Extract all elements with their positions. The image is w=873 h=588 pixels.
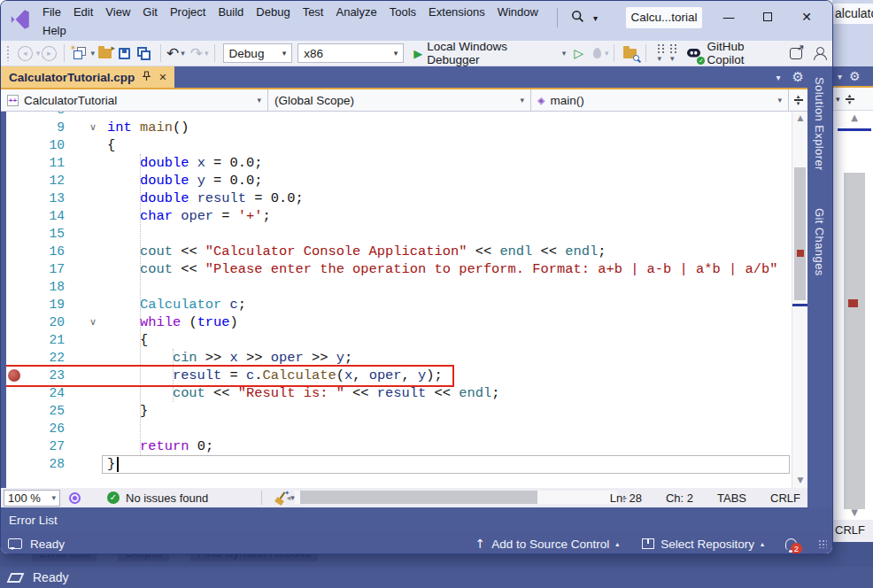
tab-overflow-caret-icon[interactable]: ▾ xyxy=(776,73,781,82)
new-project-icon[interactable]: ✶ xyxy=(72,47,86,59)
code-line-22[interactable]: 22 cin >> x >> oper >> y; xyxy=(1,349,792,367)
start-debugging-button[interactable]: ▶ Local Windows Debugger ▾ xyxy=(413,40,566,66)
search-icon[interactable] xyxy=(571,10,584,27)
scrollbar-thumb[interactable] xyxy=(300,491,537,504)
flame-caret-icon[interactable]: ▾ xyxy=(605,49,609,58)
issues-status-label[interactable]: No issues found xyxy=(126,491,208,505)
split-editor-button[interactable]: ▴▾ xyxy=(789,89,807,112)
scroll-up-icon[interactable]: ▲ xyxy=(792,113,808,122)
scrollbar-thumb[interactable] xyxy=(844,173,865,509)
menu-item-test[interactable]: Test xyxy=(297,4,330,20)
gear-icon[interactable]: ⚙ xyxy=(849,69,861,83)
menu-item-file[interactable]: File xyxy=(36,4,67,20)
search-caret-icon[interactable]: ▾ xyxy=(593,13,598,23)
dotted-toolbar-icon-1[interactable]: ▾ xyxy=(655,44,661,63)
code-line-18[interactable]: 18 xyxy=(1,278,792,296)
scroll-down-icon[interactable]: ▼ xyxy=(792,476,808,484)
scroll-down-icon[interactable]: ▼ xyxy=(843,507,866,517)
feedback-bubble-icon[interactable] xyxy=(8,538,22,549)
chevron-down-icon[interactable]: ▾ xyxy=(836,95,840,104)
code-line-21[interactable]: 21 { xyxy=(1,331,792,349)
zoom-dropdown[interactable]: 100 %▾ xyxy=(4,490,60,507)
error-list-panel-header[interactable]: Error List xyxy=(1,507,833,532)
user-search-icon[interactable] xyxy=(814,47,827,59)
navigate-forward-icon[interactable]: ▸ xyxy=(42,46,57,61)
code-line-9[interactable]: 9∨int main() xyxy=(1,119,792,136)
tab-calculatortutorial-cpp[interactable]: CalculatorTutorial.cpp ✕ xyxy=(1,66,174,88)
code-editor[interactable]: 89∨int main()10{11 double x = 0.0;12 dou… xyxy=(1,112,792,488)
add-to-source-control-button[interactable]: ↑ Add to Source Control ▴ xyxy=(475,537,620,551)
code-line-14[interactable]: 14 char oper = '+'; xyxy=(1,207,792,225)
code-line-17[interactable]: 17 cout << "Please enter the operation t… xyxy=(1,260,792,278)
close-tab-icon[interactable]: ✕ xyxy=(158,72,166,83)
dotted-toolbar-icon-2[interactable]: ▾ xyxy=(668,44,675,63)
code-line-11[interactable]: 11 double x = 0.0; xyxy=(1,154,792,172)
start-without-debugging-icon[interactable]: ▷ xyxy=(574,46,583,60)
menu-item-view[interactable]: View xyxy=(99,4,136,20)
save-icon[interactable] xyxy=(119,48,130,59)
code-line-25[interactable]: 25 } xyxy=(1,402,792,420)
profiler-flame-icon[interactable] xyxy=(593,48,601,58)
menu-item-git[interactable]: Git xyxy=(136,4,164,20)
redo-caret-icon[interactable]: ▾ xyxy=(205,49,209,58)
editor-horizontal-scrollbar[interactable]: ◂ ▸ xyxy=(282,488,633,507)
menu-item-extensions[interactable]: Extensions xyxy=(422,4,491,20)
project-dropdown[interactable]: ++ CalculatorTutorial ▾ xyxy=(1,89,268,112)
code-line-16[interactable]: 16 cout << "Calculator Console Applicati… xyxy=(1,243,792,260)
code-line-20[interactable]: 20∨ while (true) xyxy=(1,313,792,331)
sidebar-tab-solution-explorer[interactable]: Solution Explorer xyxy=(813,77,826,171)
pin-icon[interactable] xyxy=(142,69,151,85)
menu-item-tools[interactable]: Tools xyxy=(383,4,422,20)
tabs-mode-indicator[interactable]: TABS xyxy=(717,491,746,505)
menu-item-debug[interactable]: Debug xyxy=(250,4,296,20)
code-line-24[interactable]: 24 cout << "Result is: " << result << en… xyxy=(1,384,792,402)
sidebar-tab-git-changes[interactable]: Git Changes xyxy=(813,208,826,276)
split-window-icon[interactable]: ▴▾ xyxy=(846,94,854,104)
minimize-button[interactable]: — xyxy=(716,6,741,27)
notifications-bell-icon[interactable]: 2 xyxy=(785,538,797,550)
scope-dropdown[interactable]: (Global Scope) ▾ xyxy=(268,89,531,112)
undo-caret-icon[interactable]: ▾ xyxy=(181,49,185,58)
column-indicator[interactable]: Ch: 2 xyxy=(666,491,693,505)
find-in-files-icon[interactable] xyxy=(623,49,637,58)
maximize-button[interactable] xyxy=(755,6,780,27)
github-copilot-label[interactable]: GitHub Copilot xyxy=(707,40,783,66)
code-line-15[interactable]: 15 xyxy=(1,225,792,243)
solution-configuration-dropdown[interactable]: Debug▾ xyxy=(223,43,293,63)
redo-icon[interactable]: ↷ xyxy=(190,46,203,60)
menu-item-project[interactable]: Project xyxy=(164,4,212,20)
eol-indicator[interactable]: CRLF xyxy=(770,491,800,505)
scroll-left-icon[interactable]: ◂ xyxy=(282,488,295,507)
solution-platform-dropdown[interactable]: x86▾ xyxy=(297,43,404,63)
window-title[interactable]: Calcu...torial xyxy=(626,7,702,28)
code-line-10[interactable]: 10{ xyxy=(1,136,792,154)
open-file-icon[interactable]: ▸ xyxy=(98,49,112,58)
undo-icon[interactable]: ↶ xyxy=(166,46,179,60)
github-copilot-icon[interactable]: ✓ xyxy=(686,45,701,62)
menu-item-analyze[interactable]: Analyze xyxy=(329,4,382,20)
resize-grip[interactable] xyxy=(818,539,827,548)
save-all-icon[interactable] xyxy=(137,47,151,60)
member-dropdown[interactable]: ◈ main() ▾ xyxy=(531,89,789,112)
chevron-down-icon[interactable]: ▾ xyxy=(838,72,842,81)
select-repository-button[interactable]: Select Repository ▴ xyxy=(642,538,764,551)
menu-item-edit[interactable]: Edit xyxy=(67,4,99,20)
close-button[interactable]: ✕ xyxy=(794,6,819,27)
code-line-13[interactable]: 13 double result = 0.0; xyxy=(1,190,792,207)
code-line-26[interactable]: 26 xyxy=(1,420,792,437)
scrollbar-thumb[interactable] xyxy=(794,167,806,300)
line-indicator[interactable]: Ln: 28 xyxy=(610,491,642,505)
menu-item-help[interactable]: Help xyxy=(36,22,73,39)
menu-item-build[interactable]: Build xyxy=(212,4,250,20)
code-line-8[interactable]: 8 xyxy=(1,112,792,119)
scroll-up-icon[interactable]: ▲ xyxy=(843,112,866,122)
code-line-27[interactable]: 27 return 0; xyxy=(1,437,792,455)
intellisense-status-icon[interactable] xyxy=(69,492,81,504)
share-icon[interactable] xyxy=(790,48,803,59)
navigate-back-icon[interactable]: ◂ xyxy=(18,46,33,61)
editor-vertical-scrollbar[interactable]: ▲ ▼ xyxy=(792,112,807,488)
background-scrollbar[interactable]: ▲ ▼ xyxy=(832,111,873,520)
fold-collapse-icon[interactable]: ∨ xyxy=(86,313,100,331)
code-line-19[interactable]: 19 Calculator c; xyxy=(1,296,792,313)
editor-gear-icon[interactable]: ⚙ xyxy=(792,69,804,85)
